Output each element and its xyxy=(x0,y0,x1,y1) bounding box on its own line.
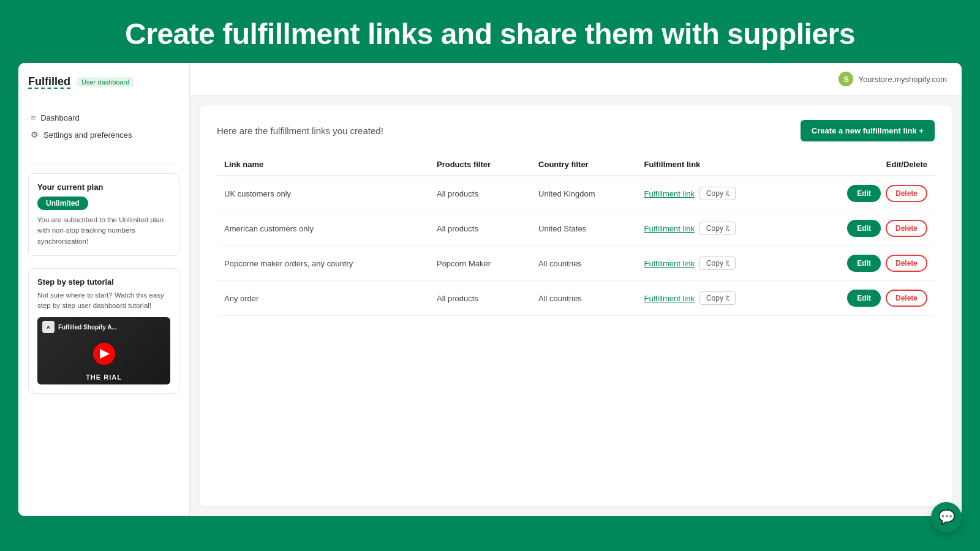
table-row: American customers onlyAll productsUnite… xyxy=(217,211,935,246)
sidebar-item-settings-label: Settings and preferences xyxy=(43,130,132,140)
app-icon: A xyxy=(42,321,55,333)
cell-link-name: American customers only xyxy=(217,211,429,246)
content-area: Here are the fulfillment links you creat… xyxy=(200,105,952,506)
cell-link-name: UK customers only xyxy=(217,176,429,211)
delete-button[interactable]: Delete xyxy=(886,185,927,202)
content-header: Here are the fulfillment links you creat… xyxy=(217,120,935,141)
cell-fulfillment-link: Fulfillment linkCopy it xyxy=(637,211,794,246)
fulfillment-link-text[interactable]: Fulfillment link xyxy=(644,224,695,233)
plan-section: Your current plan Unlimited You are subs… xyxy=(28,173,179,256)
settings-icon: ⚙ xyxy=(31,130,39,140)
edit-button[interactable]: Edit xyxy=(847,290,881,307)
video-title: Fulfilled Shopify A... xyxy=(58,324,117,331)
cell-country-filter: All countries xyxy=(531,281,637,316)
copy-it-button[interactable]: Copy it xyxy=(699,257,736,270)
dashboard-icon: ≡ xyxy=(31,113,36,122)
chat-icon: 💬 xyxy=(938,509,955,525)
edit-button[interactable]: Edit xyxy=(847,185,881,202)
main-container: Fulfilled User dashboard ≡ Dashboard ⚙ S… xyxy=(18,63,962,516)
edit-button[interactable]: Edit xyxy=(847,255,881,272)
cell-link-name: Popcorne maker orders, any country xyxy=(217,246,429,281)
sidebar-divider xyxy=(28,163,179,163)
video-thumbnail[interactable]: A Fulfilled Shopify A... THE RIAL xyxy=(37,317,170,384)
sidebar-logo-row: Fulfilled User dashboard xyxy=(28,75,179,94)
plan-label: Your current plan xyxy=(37,182,170,192)
copy-it-button[interactable]: Copy it xyxy=(699,187,736,200)
edit-button[interactable]: Edit xyxy=(847,220,881,237)
sidebar-dashboard-badge: User dashboard xyxy=(77,77,134,87)
fulfillment-link-text[interactable]: Fulfillment link xyxy=(644,294,695,303)
main-content: S Yourstore.myshopify.com Here are the f… xyxy=(190,63,962,516)
col-link-name: Link name xyxy=(217,154,429,176)
tutorial-section: Step by step tutorial Not sure where to … xyxy=(28,268,179,394)
chat-bubble[interactable]: 💬 xyxy=(931,502,962,533)
hero-title: Create fulfillment links and share them … xyxy=(0,0,980,63)
cell-edit-delete: EditDelete xyxy=(794,246,935,281)
cell-link-name: Any order xyxy=(217,281,429,316)
sidebar-item-dashboard-label: Dashboard xyxy=(40,113,80,122)
shopify-icon: S xyxy=(839,72,853,86)
plan-description: You are subscribed to the Unlimited plan… xyxy=(37,215,170,247)
cell-edit-delete: EditDelete xyxy=(794,211,935,246)
copy-it-button[interactable]: Copy it xyxy=(699,291,736,305)
cell-fulfillment-link: Fulfillment linkCopy it xyxy=(637,246,794,281)
cell-products-filter: All products xyxy=(429,281,531,316)
col-products-filter: Products filter xyxy=(429,154,531,176)
table-header-row: Link name Products filter Country filter… xyxy=(217,154,935,176)
shopify-store-info: S Yourstore.myshopify.com xyxy=(839,72,947,86)
fulfillment-table: Link name Products filter Country filter… xyxy=(217,154,935,316)
store-url: Yourstore.myshopify.com xyxy=(858,75,947,84)
table-body: UK customers onlyAll productsUnited King… xyxy=(217,176,935,316)
table-row: Any orderAll productsAll countriesFulfil… xyxy=(217,281,935,316)
cell-country-filter: United States xyxy=(531,211,637,246)
cell-products-filter: Popcorn Maker xyxy=(429,246,531,281)
video-middle xyxy=(37,337,170,371)
sidebar: Fulfilled User dashboard ≡ Dashboard ⚙ S… xyxy=(18,63,190,516)
sidebar-logo: Fulfilled xyxy=(28,75,70,88)
video-top-bar: A Fulfilled Shopify A... xyxy=(37,317,170,337)
sidebar-nav: ≡ Dashboard ⚙ Settings and preferences xyxy=(28,109,179,143)
content-header-title: Here are the fulfillment links you creat… xyxy=(217,126,383,136)
table-row: Popcorne maker orders, any countryPopcor… xyxy=(217,246,935,281)
table-header: Link name Products filter Country filter… xyxy=(217,154,935,176)
cell-fulfillment-link: Fulfillment linkCopy it xyxy=(637,281,794,316)
copy-it-button[interactable]: Copy it xyxy=(699,222,736,235)
plan-badge: Unlimited xyxy=(37,197,88,210)
cell-products-filter: All products xyxy=(429,176,531,211)
video-bottom-text: THE RIAL xyxy=(37,371,170,384)
play-button[interactable] xyxy=(93,343,115,365)
cell-country-filter: All countries xyxy=(531,246,637,281)
cell-edit-delete: EditDelete xyxy=(794,176,935,211)
delete-button[interactable]: Delete xyxy=(886,220,927,237)
sidebar-item-settings[interactable]: ⚙ Settings and preferences xyxy=(28,126,179,143)
cell-products-filter: All products xyxy=(429,211,531,246)
col-fulfillment-link: Fulfillment link xyxy=(637,154,794,176)
create-fulfillment-link-button[interactable]: Create a new fulfillment link + xyxy=(801,120,935,141)
delete-button[interactable]: Delete xyxy=(886,290,927,307)
tutorial-description: Not sure where to start? Watch this easy… xyxy=(37,290,170,312)
tutorial-label: Step by step tutorial xyxy=(37,277,170,287)
fulfillment-link-text[interactable]: Fulfillment link xyxy=(644,259,695,268)
top-bar: S Yourstore.myshopify.com xyxy=(190,63,962,96)
play-triangle-icon xyxy=(100,349,110,359)
col-country-filter: Country filter xyxy=(531,154,637,176)
cell-edit-delete: EditDelete xyxy=(794,281,935,316)
sidebar-item-dashboard[interactable]: ≡ Dashboard xyxy=(28,109,179,126)
cell-fulfillment-link: Fulfillment linkCopy it xyxy=(637,176,794,211)
delete-button[interactable]: Delete xyxy=(886,255,927,272)
fulfillment-link-text[interactable]: Fulfillment link xyxy=(644,189,695,198)
cell-country-filter: United Kingdom xyxy=(531,176,637,211)
col-edit-delete: Edit/Delete xyxy=(794,154,935,176)
table-row: UK customers onlyAll productsUnited King… xyxy=(217,176,935,211)
